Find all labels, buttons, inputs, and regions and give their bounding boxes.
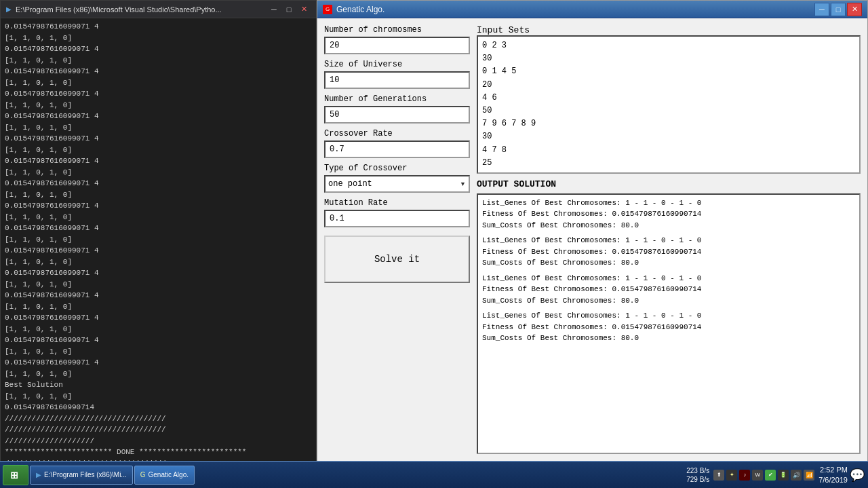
output-box: List_Genes Of Best Chromosomes: 1 - 1 - …: [477, 193, 861, 454]
vs-taskbar-label: E:\Program Files (x86)\Mi...: [44, 471, 127, 478]
time-display: 2:52 PM: [818, 465, 848, 474]
type-crossover-select[interactable]: one point two point uniform: [324, 175, 470, 193]
system-tray: ⬆ ✦ ♪ W ✔ 🔋 🔊 📶: [713, 470, 814, 481]
taskbar-right: 223 B/s 729 B/s ⬆ ✦ ♪ W ✔ 🔋 🔊 📶 2:52 PM …: [686, 465, 865, 485]
num-chromosomes-group: Number of chromosmes: [324, 25, 470, 54]
volume-icon: 🔊: [791, 470, 802, 481]
size-universe-input[interactable]: [324, 71, 470, 89]
output-section: OUTPUT SOLUTION List_Genes Of Best Chrom…: [477, 179, 861, 454]
vs-titlebar: ▶ E:\Program Files (x86)\Microsoft Visua…: [1, 1, 316, 18]
size-universe-group: Size of Universe: [324, 60, 470, 89]
type-crossover-wrapper: one point two point uniform: [324, 175, 470, 193]
ga-title: Genatic Algo.: [336, 5, 810, 14]
network-icon: 📶: [804, 470, 814, 481]
mutation-rate-group: Mutation Rate: [324, 198, 470, 227]
num-chromosomes-input[interactable]: [324, 37, 470, 54]
num-generations-input[interactable]: [324, 106, 470, 124]
ga-controls: ─ □ ✕: [814, 3, 862, 16]
size-universe-label: Size of Universe: [324, 60, 470, 69]
tray-icon-4: W: [752, 470, 763, 481]
mutation-rate-label: Mutation Rate: [324, 198, 470, 208]
mutation-rate-input[interactable]: [324, 210, 470, 227]
taskbar: ⊞ ▶ E:\Program Files (x86)\Mi... G Genat…: [0, 461, 868, 488]
num-generations-group: Number of Generations: [324, 94, 470, 124]
clock: 2:52 PM 7/6/2019: [818, 465, 848, 485]
input-sets-box: 0 2 3 30 0 1 4 5 20 4 6 50 7 9 6 7 8 9 3…: [477, 35, 861, 174]
taskbar-btn-ga[interactable]: G Genatic Algo.: [134, 466, 195, 485]
tray-icon-2: ✦: [726, 470, 737, 481]
input-sets-section: Input Sets 0 2 3 30 0 1 4 5 20 4 6 50 7 …: [477, 25, 861, 174]
right-panel: Input Sets 0 2 3 30 0 1 4 5 20 4 6 50 7 …: [477, 25, 861, 454]
vs-icon: ▶: [6, 5, 12, 13]
vs-restore-button[interactable]: □: [282, 3, 296, 16]
ga-content: Number of chromosmes Size of Universe Nu…: [317, 18, 867, 461]
output-label: OUTPUT SOLUTION: [477, 179, 861, 189]
ga-taskbar-icon: G: [140, 471, 146, 478]
crossover-rate-input[interactable]: [324, 140, 470, 158]
left-panel: Number of chromosmes Size of Universe Nu…: [324, 25, 470, 454]
desktop: ▶ E:\Program Files (x86)\Microsoft Visua…: [0, 0, 868, 488]
taskbar-btn-vs[interactable]: ▶ E:\Program Files (x86)\Mi...: [30, 466, 133, 485]
input-sets-label: Input Sets: [477, 25, 861, 35]
vs-title: E:\Program Files (x86)\Microsoft Visual …: [16, 5, 263, 14]
type-crossover-group: Type of Crossover one point two point un…: [324, 164, 470, 193]
ga-taskbar-label: Genatic Algo.: [148, 471, 188, 478]
tray-icon-5: ✔: [765, 470, 776, 481]
vs-close-button[interactable]: ✕: [297, 3, 311, 16]
vs-taskbar-icon: ▶: [36, 471, 41, 478]
crossover-rate-label: Crossover Rate: [324, 129, 470, 138]
start-button[interactable]: ⊞: [3, 465, 28, 485]
notification-area[interactable]: 💬: [852, 466, 863, 485]
vs-minimize-button[interactable]: ─: [267, 3, 281, 16]
output-entry: List_Genes Of Best Chromosomes: 1 - 1 - …: [482, 235, 855, 269]
type-crossover-label: Type of Crossover: [324, 164, 470, 173]
vs-controls: ─ □ ✕: [267, 3, 311, 16]
battery-icon: 🔋: [778, 470, 789, 481]
output-entry: List_Genes Of Best Chromosomes: 1 - 1 - …: [482, 198, 855, 231]
tray-icon-3: ♪: [739, 470, 750, 481]
solve-button[interactable]: Solve it: [324, 236, 470, 283]
num-generations-label: Number of Generations: [324, 94, 470, 104]
output-entry: List_Genes Of Best Chromosomes: 1 - 1 - …: [482, 310, 855, 344]
ga-minimize-button[interactable]: ─: [814, 3, 829, 16]
ga-icon: G: [323, 5, 332, 14]
vs-window: ▶ E:\Program Files (x86)\Microsoft Visua…: [0, 0, 317, 462]
ga-close-button[interactable]: ✕: [847, 3, 862, 16]
num-chromosomes-label: Number of chromosmes: [324, 25, 470, 35]
network-speed: 223 B/s 729 B/s: [686, 466, 709, 484]
ga-titlebar: G Genatic Algo. ─ □ ✕: [317, 1, 867, 18]
tray-icon-1: ⬆: [713, 470, 724, 481]
windows-logo: ⊞: [10, 470, 18, 481]
crossover-rate-group: Crossover Rate: [324, 129, 470, 158]
ga-window: G Genatic Algo. ─ □ ✕ Number of chromosm…: [317, 0, 868, 462]
vs-console-output: 0.01547987616099071 4 [1, 1, 0, 1, 0] 0.…: [1, 18, 316, 461]
ga-restore-button[interactable]: □: [831, 3, 846, 16]
date-display: 7/6/2019: [818, 475, 848, 485]
output-entry: List_Genes Of Best Chromosomes: 1 - 1 - …: [482, 273, 855, 307]
